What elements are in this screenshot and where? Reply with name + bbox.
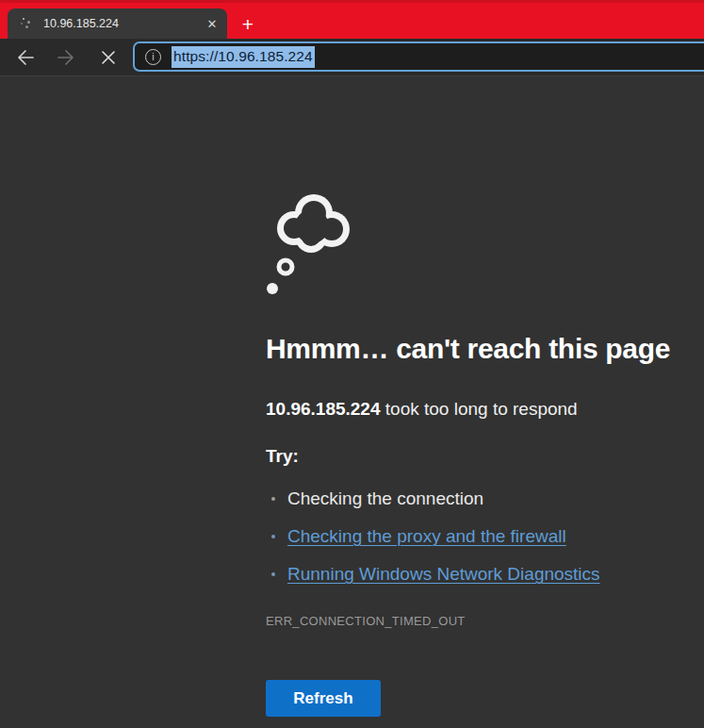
back-button[interactable] — [14, 46, 37, 69]
error-code: ERR_CONNECTION_TIMED_OUT — [266, 614, 680, 629]
network-diagnostics-link[interactable]: Running Windows Network Diagnostics — [287, 564, 600, 585]
bullet-icon — [271, 497, 275, 501]
refresh-button[interactable]: Refresh — [266, 680, 381, 717]
proxy-firewall-link[interactable]: Checking the proxy and the firewall — [287, 526, 566, 547]
address-bar[interactable]: i https://10.96.185.224 — [133, 41, 704, 72]
bullet-icon — [271, 535, 275, 538]
new-tab-button[interactable]: + — [237, 12, 259, 35]
window-titlebar: 10.96.185.224 ✕ + — [0, 0, 704, 39]
suggestion-list: Checking the connection Checking the pro… — [266, 480, 680, 593]
tab-title: 10.96.185.224 — [43, 17, 203, 30]
page-content: Hmmm… can't reach this page 10.96.185.22… — [0, 75, 704, 728]
loading-spinner-favicon — [19, 16, 34, 31]
suggestion-text: Checking the connection — [287, 488, 483, 509]
try-label: Try: — [266, 445, 680, 467]
forward-button-disabled[interactable] — [55, 46, 77, 69]
tab-close-icon[interactable]: ✕ — [203, 14, 221, 33]
list-item: Running Windows Network Diagnostics — [266, 555, 680, 593]
arrow-right-icon — [56, 47, 76, 68]
browser-tab[interactable]: 10.96.185.224 ✕ — [8, 8, 227, 39]
stop-loading-button[interactable] — [97, 46, 120, 69]
address-input-selected-text: https://10.96.185.224 — [172, 46, 315, 68]
error-subtitle-text: took too long to respond — [381, 399, 578, 419]
thought-cloud-icon — [262, 185, 358, 298]
bullet-icon — [271, 572, 275, 576]
site-info-icon[interactable]: i — [145, 49, 161, 65]
list-item: Checking the proxy and the firewall — [266, 518, 680, 555]
arrow-left-icon — [15, 47, 36, 68]
browser-toolbar: i https://10.96.185.224 — [0, 39, 704, 75]
error-page-title: Hmmm… can't reach this page — [266, 332, 680, 366]
list-item: Checking the connection — [266, 480, 680, 518]
error-subtitle: 10.96.185.224 took too long to respond — [266, 397, 680, 422]
window-top-edge — [0, 0, 704, 3]
error-host: 10.96.185.224 — [266, 399, 381, 419]
close-x-icon — [99, 48, 118, 67]
